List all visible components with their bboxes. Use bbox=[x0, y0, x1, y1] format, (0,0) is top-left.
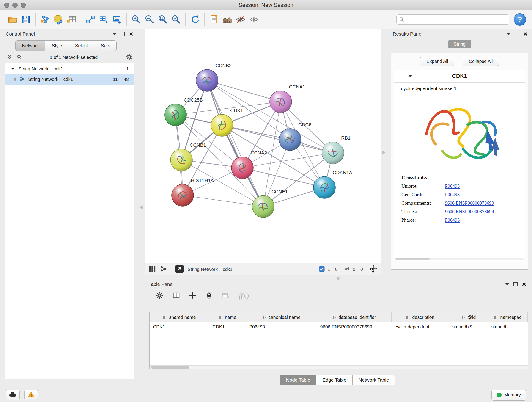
vertical-splitter-right[interactable] bbox=[382, 151, 385, 154]
show-columns-icon[interactable] bbox=[172, 292, 180, 300]
network-row-selected[interactable]: String Network – cdk1 11 48 bbox=[6, 74, 134, 85]
tab-network[interactable]: Network bbox=[15, 40, 45, 51]
import-table-from-file-icon[interactable] bbox=[65, 13, 78, 26]
table-horizontal-scrollbar[interactable] bbox=[150, 365, 528, 369]
panel-menu-icon[interactable] bbox=[505, 283, 509, 286]
grid-view-icon[interactable] bbox=[149, 265, 156, 274]
expand-all-button[interactable]: Expand All bbox=[420, 57, 454, 66]
table-cell[interactable]: 9606.ENSP00000378699 bbox=[317, 322, 392, 331]
zoom-fit-content-icon[interactable] bbox=[156, 13, 169, 26]
minimize-window-button[interactable] bbox=[12, 2, 18, 8]
birds-eye-view-icon[interactable] bbox=[221, 13, 234, 26]
network-edge[interactable] bbox=[222, 125, 333, 153]
crosslink-link[interactable]: P06493 bbox=[445, 217, 460, 223]
pan-crosshair-icon[interactable] bbox=[369, 265, 377, 274]
open-session-icon[interactable] bbox=[6, 13, 19, 26]
show-graphics-details-icon[interactable] bbox=[207, 13, 221, 26]
panel-menu-icon[interactable] bbox=[112, 33, 116, 35]
panel-menu-icon[interactable] bbox=[507, 33, 511, 35]
memory-button[interactable]: Memory bbox=[491, 390, 526, 401]
table-cell[interactable]: P06493 bbox=[246, 322, 317, 331]
table-options-gear-icon[interactable] bbox=[156, 292, 163, 300]
help-icon[interactable]: ? bbox=[514, 13, 526, 26]
network-edge[interactable] bbox=[207, 80, 263, 206]
tab-network-table[interactable]: Network Table bbox=[353, 375, 395, 385]
network-node-CCNB1[interactable]: CCNB1 bbox=[171, 142, 206, 171]
zoom-in-icon[interactable] bbox=[129, 13, 143, 26]
table-cell[interactable]: stringdb:9... bbox=[449, 322, 488, 331]
zoom-out-icon[interactable] bbox=[143, 13, 156, 26]
network-from-selection-icon[interactable] bbox=[84, 13, 97, 26]
new-table-from-network-icon[interactable] bbox=[97, 13, 110, 26]
column-header-namespac[interactable]: namespac bbox=[488, 313, 528, 322]
import-network-from-file-icon[interactable] bbox=[38, 13, 51, 26]
maximize-window-button[interactable] bbox=[21, 2, 26, 8]
save-session-icon[interactable] bbox=[19, 13, 32, 26]
network-edge[interactable] bbox=[181, 80, 207, 160]
detach-view-icon[interactable] bbox=[175, 265, 184, 274]
vertical-splitter-left[interactable] bbox=[140, 206, 143, 209]
network-edge[interactable] bbox=[207, 80, 281, 102]
network-edge[interactable] bbox=[183, 195, 263, 206]
collection-expand-icon[interactable] bbox=[11, 68, 15, 70]
tab-string[interactable]: String bbox=[448, 40, 471, 48]
network-node-CDKN1A[interactable]: CDKN1A bbox=[313, 170, 352, 198]
column-header-database-identifier[interactable]: database identifier bbox=[317, 313, 392, 322]
crosslink-link[interactable]: P06493 bbox=[445, 192, 460, 198]
network-collection-row[interactable]: String Network – cdk1 1 bbox=[6, 64, 134, 74]
column-header-description[interactable]: description bbox=[392, 313, 449, 322]
show-all-panels-icon[interactable] bbox=[247, 13, 260, 26]
table-cell[interactable]: CDK1 bbox=[150, 322, 209, 331]
hidden-eye-slash-icon[interactable] bbox=[344, 266, 350, 273]
network-node-HIST1H1A[interactable]: HIST1H1A bbox=[172, 178, 214, 206]
apply-layout-icon[interactable] bbox=[188, 13, 202, 26]
add-column-icon[interactable] bbox=[189, 292, 196, 300]
tab-style[interactable]: Style bbox=[45, 40, 69, 51]
search-input[interactable] bbox=[396, 14, 509, 25]
tab-edge-table[interactable]: Edge Table bbox=[317, 375, 353, 385]
expand-all-networks-icon[interactable] bbox=[7, 54, 13, 60]
tab-node-table[interactable]: Node Table bbox=[280, 375, 317, 385]
crosslink-link[interactable]: P06493 bbox=[445, 183, 460, 189]
column-header-canonical-name[interactable]: canonical name bbox=[246, 313, 317, 322]
table-cell[interactable]: stringdb bbox=[488, 322, 528, 331]
network-edge[interactable] bbox=[242, 168, 324, 187]
gene-collapse-icon[interactable] bbox=[408, 75, 412, 77]
network-node-CCNE1[interactable]: CCNE1 bbox=[252, 189, 288, 217]
delete-column-trash-icon[interactable] bbox=[205, 292, 213, 300]
column-header-name[interactable]: name bbox=[209, 313, 246, 322]
table-row[interactable]: CDK1CDK1P064939606.ENSP00000378699cyclin… bbox=[150, 322, 528, 331]
close-panel-icon[interactable]: × bbox=[129, 31, 133, 37]
tab-select[interactable]: Select bbox=[69, 40, 95, 51]
selected-checkbox-icon[interactable] bbox=[319, 266, 325, 273]
cloud-status-button[interactable] bbox=[6, 390, 20, 400]
horizontal-splitter[interactable] bbox=[336, 277, 340, 280]
crosslink-link[interactable]: 9606.ENSP00000378699 bbox=[445, 200, 494, 206]
network-node-CDK1[interactable]: CDK1 bbox=[211, 108, 243, 136]
column-header--id[interactable]: @id bbox=[449, 313, 488, 322]
close-panel-icon[interactable]: × bbox=[522, 281, 526, 288]
collapse-all-networks-icon[interactable] bbox=[16, 54, 22, 60]
results-scrollbar[interactable] bbox=[395, 258, 524, 260]
float-panel-icon[interactable] bbox=[513, 282, 518, 287]
network-view-canvas[interactable]: CCNB2CCNA1CDC25BCDK1CDC6RB1CCNB1CCNA2CDK… bbox=[145, 29, 381, 263]
table-cell[interactable]: CDK1 bbox=[209, 322, 246, 331]
warnings-button[interactable] bbox=[24, 390, 38, 400]
table-cell[interactable]: cyclin-dependent ... bbox=[392, 322, 449, 331]
network-options-gear-icon[interactable] bbox=[126, 53, 133, 61]
float-panel-icon[interactable] bbox=[515, 32, 519, 36]
collapse-all-button[interactable]: Collapse All bbox=[462, 57, 499, 66]
crosslink-link[interactable]: 9606.ENSP00000378699 bbox=[445, 209, 494, 215]
network-share-view-icon[interactable] bbox=[160, 265, 167, 274]
tab-sets[interactable]: Sets bbox=[94, 40, 117, 51]
float-panel-icon[interactable] bbox=[120, 32, 125, 36]
close-panel-icon[interactable]: × bbox=[523, 31, 527, 37]
export-image-icon[interactable] bbox=[110, 13, 124, 26]
import-network-from-database-icon[interactable] bbox=[51, 13, 65, 26]
zoom-selected-icon[interactable] bbox=[169, 13, 183, 26]
network-node-CCNA1[interactable]: CCNA1 bbox=[270, 84, 305, 113]
network-node-RB1[interactable]: RB1 bbox=[322, 135, 351, 164]
close-window-button[interactable] bbox=[4, 2, 9, 8]
hide-all-panels-icon[interactable] bbox=[234, 13, 247, 26]
column-header-shared-name[interactable]: shared name bbox=[150, 313, 209, 322]
